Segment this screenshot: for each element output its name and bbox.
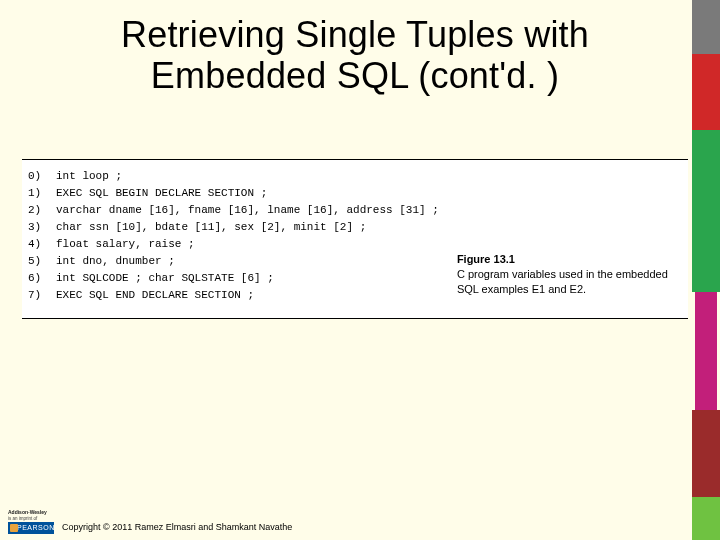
figure-text: C program variables used in the embedded… xyxy=(457,268,668,295)
code-line: 4)float salary, raise ; xyxy=(28,236,439,253)
publisher-logo: Addison-Wesley is an imprint of PEARSON xyxy=(8,502,54,534)
code-line: 7)EXEC SQL END DECLARE SECTION ; xyxy=(28,287,439,304)
publisher-brand-line1: Addison-Wesley xyxy=(8,510,54,515)
code-line: 6)int SQLCODE ; char SQLSTATE [6] ; xyxy=(28,270,439,287)
code-area: 0)int loop ; 1)EXEC SQL BEGIN DECLARE SE… xyxy=(28,168,682,312)
figure-label: Figure 13.1 xyxy=(457,253,515,265)
pearson-bar: PEARSON xyxy=(8,522,54,534)
code-line: 5)int dno, dnumber ; xyxy=(28,253,439,270)
stripe-segment xyxy=(692,410,720,496)
stripe-segment xyxy=(692,54,720,130)
code-line: 0)int loop ; xyxy=(28,168,439,185)
code-line: 1)EXEC SQL BEGIN DECLARE SECTION ; xyxy=(28,185,439,202)
code-listing: 0)int loop ; 1)EXEC SQL BEGIN DECLARE SE… xyxy=(28,168,439,312)
code-figure-panel: 0)int loop ; 1)EXEC SQL BEGIN DECLARE SE… xyxy=(22,159,688,319)
slide-title: Retrieving Single Tuples with Embedded S… xyxy=(40,14,670,97)
stripe-segment xyxy=(692,130,720,292)
figure-caption: Figure 13.1 C program variables used in … xyxy=(439,168,682,312)
publisher-name: PEARSON xyxy=(17,524,55,531)
code-line: 2)varchar dname [16], fname [16], lname … xyxy=(28,202,439,219)
decorative-stripe xyxy=(692,0,720,540)
footer: Addison-Wesley is an imprint of PEARSON … xyxy=(8,502,292,534)
code-line: 3)char ssn [10], bdate [11], sex [2], mi… xyxy=(28,219,439,236)
stripe-segment xyxy=(692,0,720,54)
publisher-brand-line2: is an imprint of xyxy=(8,516,54,521)
slide: Retrieving Single Tuples with Embedded S… xyxy=(0,0,720,540)
copyright-text: Copyright © 2011 Ramez Elmasri and Shamk… xyxy=(62,522,292,534)
stripe-segment xyxy=(695,292,717,411)
stripe-segment xyxy=(692,497,720,540)
